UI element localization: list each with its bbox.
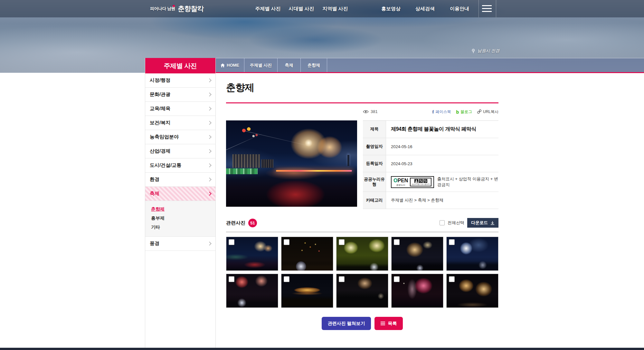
thumbnail-checkbox[interactable] (449, 239, 455, 245)
footer-bar (0, 348, 644, 350)
sidebar-item-culture-tour[interactable]: 문화/관광 (145, 88, 215, 102)
breadcrumb-item-0[interactable]: HOME (216, 58, 244, 72)
sidebar-subitem-heungbu[interactable]: 흥부제 (145, 214, 215, 223)
download-label: 다운로드 (471, 220, 488, 226)
share-facebook-link[interactable]: f페이스북 (432, 109, 451, 115)
nav-item-0[interactable]: 주제별 사진 (250, 0, 286, 17)
sidebar-item-city-construction-traffic[interactable]: 도시/건설/교통 (145, 158, 215, 173)
detail-label: 공공누리유형 (363, 172, 386, 192)
download-icon (490, 221, 495, 225)
related-thumbnail-red-bursts-dome[interactable] (226, 274, 278, 308)
thumbnail-checkbox[interactable] (449, 276, 455, 282)
select-all-label: 전체선택 (448, 220, 464, 226)
breadcrumb-label: HOME (227, 63, 239, 68)
thumbnail-checkbox[interactable] (339, 239, 345, 245)
breadcrumb-item-1[interactable]: 주제별 사진 (244, 58, 278, 72)
bottom-actions: 관련사진 펼쳐보기 목록 (226, 317, 498, 330)
thumb-grid (226, 237, 498, 308)
sidebar-item-city-admin[interactable]: 시정/행정 (145, 73, 215, 88)
related-thumbnail-gold-dotted-bursts[interactable] (446, 274, 498, 308)
detail-row-title: 제목제94회 춘향제 불꽃놀이 개막식 폐막식 (363, 121, 498, 138)
share-url-link[interactable]: URL복사 (477, 109, 498, 115)
thumbnail-checkbox[interactable] (339, 276, 345, 282)
detail-label: 제목 (363, 121, 386, 138)
breadcrumb-spacer (327, 58, 644, 72)
related-thumbnail-pink-red-burst[interactable] (391, 274, 443, 308)
thumbnail-checkbox[interactable] (229, 239, 234, 245)
main-photo[interactable] (226, 120, 357, 207)
nav-divider (478, 0, 479, 17)
nav-item-2[interactable]: 지역별 사진 (317, 0, 353, 17)
breadcrumb-item-2[interactable]: 축제 (278, 58, 301, 72)
chevron-right-icon (207, 149, 212, 153)
select-all-checkbox[interactable] (440, 220, 445, 225)
related-thumbnail-white-burst-crowd[interactable] (446, 237, 498, 271)
nav-divider (496, 0, 496, 17)
thumbnail-checkbox[interactable] (229, 276, 234, 282)
opennuri-open-group: OPEN공공누리 (393, 178, 408, 186)
sidebar-item-industry-economy[interactable]: 산업/경제 (145, 144, 215, 158)
sidebar-item-edu-sports[interactable]: 교육/체육 (145, 102, 215, 116)
related-thumbnail-green-fireworks[interactable] (336, 237, 388, 271)
thumbnail-checkbox[interactable] (284, 276, 289, 282)
sidebar-item-label: 축제 (150, 191, 159, 197)
related-thumbnail-golden-waterfall[interactable] (281, 274, 333, 308)
chevron-right-icon (207, 177, 212, 182)
logo-red-dot (173, 5, 175, 7)
go-to-list-label: 목록 (388, 321, 397, 326)
view-count: 381 (363, 109, 378, 114)
sidebar-item-label: 농축임업분야 (150, 134, 179, 140)
go-to-list-button[interactable]: 목록 (374, 317, 403, 330)
sidebar-subitem-etc[interactable]: 기타 (145, 223, 215, 232)
hero-caption: 남원시 전경 (471, 48, 499, 54)
view-count-value: 381 (371, 109, 378, 114)
chevron-right-icon (207, 241, 212, 246)
chevron-right-icon (207, 121, 212, 125)
share-blog-link[interactable]: b블로그 (456, 109, 472, 115)
download-button[interactable]: 다운로드 (467, 218, 498, 228)
related-thumbnail-crowd-watching-burst[interactable] (336, 274, 388, 308)
related-thumbnail-dome-with-streaks[interactable] (281, 237, 333, 271)
sidebar-item-festival[interactable]: 축제 (145, 187, 215, 201)
breadcrumb: HOME주제별 사진축제춘향제 (216, 58, 644, 73)
opennuri-caption: 공공저작물 자유이용허락 (412, 184, 430, 185)
thumbnail-checkbox[interactable] (394, 239, 400, 245)
menu-hamburger-icon[interactable] (482, 5, 492, 12)
detail-section: 제목제94회 춘향제 불꽃놀이 개막식 폐막식촬영일자2024-05-16등록일… (226, 120, 498, 209)
breadcrumb-label: 축제 (285, 62, 293, 68)
detail-label: 등록일자 (363, 155, 386, 172)
thumbnail-checkbox[interactable] (394, 276, 400, 282)
top-navbar: 피어나다 남원 춘향찰칵 주제별 사진시대별 사진지역별 사진홍보영상상세검색이… (0, 0, 644, 17)
expand-related-button[interactable]: 관련사진 펼쳐보기 (322, 317, 371, 330)
license-nc-icon (419, 179, 423, 183)
related-thumbnail-gold-sparkle-crowd[interactable] (391, 237, 443, 271)
sidebar-item-environment[interactable]: 환경 (145, 173, 215, 187)
detail-row-shot-date: 촬영일자2024-05-16 (363, 138, 498, 155)
sidebar-item-health-welfare[interactable]: 보건/복지 (145, 116, 215, 130)
chevron-right-icon (207, 107, 212, 111)
sidebar-item-scenery[interactable]: 풍경 (145, 237, 215, 251)
page: 피어나다 남원 춘향찰칵 주제별 사진시대별 사진지역별 사진홍보영상상세검색이… (0, 0, 644, 350)
eye-icon (363, 110, 369, 114)
page-title: 춘향제 (226, 81, 498, 94)
nav-item-1[interactable]: 시대별 사진 (283, 0, 319, 17)
nav-item-3[interactable]: 홍보영상 (373, 0, 409, 17)
detail-row-license: 공공누리유형OPEN공공누리공공저작물 자유이용허락출처표시 + 상업적 이용금… (363, 172, 498, 192)
breadcrumb-item-3[interactable]: 춘향제 (301, 58, 327, 72)
sidebar-item-label: 환경 (150, 176, 159, 183)
related-thumbnail-river-fireworks[interactable] (226, 237, 278, 271)
thumbnail-checkbox[interactable] (284, 239, 289, 245)
opennuri-open-text: OPEN (393, 178, 408, 183)
sidebar-item-label: 시정/행정 (150, 77, 170, 83)
logo-title: 춘향찰칵 (178, 4, 204, 13)
sidebar-item-agriculture[interactable]: 농축임업분야 (145, 130, 215, 144)
site-logo[interactable]: 피어나다 남원 춘향찰칵 (150, 0, 204, 17)
nav-item-4[interactable]: 상세검색 (407, 0, 443, 17)
share-label: 페이스북 (435, 109, 451, 115)
nav-item-5[interactable]: 이용안내 (441, 0, 478, 17)
photo-art (251, 132, 260, 139)
related-header: 관련사진 51 전체선택 다운로드 (226, 219, 498, 228)
blog-icon: b (456, 109, 459, 115)
sidebar-item-label: 풍경 (150, 241, 159, 247)
sidebar-subitem-chunhyang[interactable]: 춘향제 (145, 205, 215, 214)
